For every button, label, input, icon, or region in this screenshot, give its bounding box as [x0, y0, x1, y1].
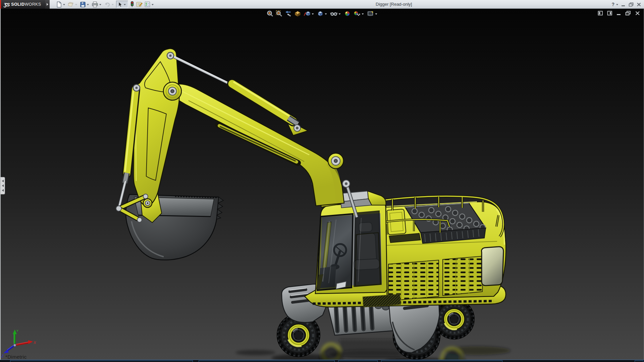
open-document-dropdown[interactable]	[75, 4, 77, 5]
minimize-button[interactable]	[621, 2, 626, 7]
select-dropdown[interactable]	[124, 4, 126, 5]
close-button[interactable]	[637, 2, 641, 7]
view-settings-button[interactable]	[366, 10, 379, 17]
zoom-to-fit-icon	[266, 10, 273, 17]
collapse-arrow-icon	[2, 180, 4, 182]
solidworks-logo: ƷS SOLIDWORKS	[1, 0, 45, 9]
taskbar-button-edge	[199, 360, 335, 362]
zoom-to-area-icon	[275, 10, 282, 17]
document-minimize-button[interactable]	[616, 11, 621, 16]
save-button[interactable]	[79, 0, 91, 8]
print-button[interactable]	[91, 0, 103, 8]
save-dropdown[interactable]	[87, 4, 89, 5]
section-view-icon	[294, 10, 301, 17]
document-window-controls	[598, 11, 640, 16]
open-folder-icon	[68, 1, 74, 8]
rebuild-button[interactable]	[129, 0, 135, 8]
apply-scene-button[interactable]	[352, 10, 365, 17]
triad-x-label: X	[33, 341, 36, 345]
view-settings-dropdown[interactable]	[375, 13, 377, 15]
elbow-joint	[163, 82, 181, 100]
eyeglasses-icon	[330, 10, 337, 17]
printer-icon	[92, 1, 98, 8]
apply-scene-dropdown[interactable]	[362, 13, 364, 15]
restore-button[interactable]	[629, 2, 634, 7]
expander-arrow-icon	[47, 3, 48, 6]
zoom-to-area-button[interactable]	[275, 10, 283, 17]
file-properties-icon	[136, 1, 143, 8]
app-window-controls: ?	[611, 0, 641, 9]
display-style-dropdown[interactable]	[325, 13, 327, 15]
help-dropdown[interactable]	[616, 4, 618, 5]
options-checklist-icon	[144, 1, 151, 8]
solidworks-app: ƷS SOLIDWORKS	[0, 0, 644, 362]
new-document-dropdown[interactable]	[63, 4, 65, 5]
feature-pane-right-button[interactable]	[607, 11, 612, 16]
file-properties-button[interactable]	[136, 0, 143, 8]
window-title: Digger [Read-only]	[376, 2, 476, 7]
view-orientation-icon	[303, 10, 311, 17]
view-orientation-button[interactable]	[303, 10, 315, 17]
view-settings-icon	[367, 10, 374, 17]
undo-arrow-icon	[104, 1, 111, 8]
undo-dropdown[interactable]	[112, 4, 114, 5]
taskbar-button-edge	[635, 360, 643, 362]
edit-appearance-button[interactable]	[343, 10, 352, 17]
taskbar-button-edge	[338, 360, 378, 362]
rear-window	[481, 247, 503, 286]
collapse-arrow-icon	[2, 189, 4, 192]
bucket	[126, 193, 223, 260]
display-style-button[interactable]	[316, 10, 328, 17]
previous-view-icon	[284, 10, 292, 17]
taskbar-sliver	[0, 360, 644, 362]
stick	[133, 49, 179, 206]
options-dropdown[interactable]	[152, 4, 154, 5]
hide-show-items-button[interactable]	[329, 10, 342, 17]
select-tool-button[interactable]	[116, 1, 128, 8]
previous-view-button[interactable]	[284, 10, 292, 17]
select-cursor-icon	[117, 1, 123, 8]
options-button[interactable]	[144, 0, 155, 8]
triad-z-label: Z	[1, 354, 4, 358]
taskbar-button-edge	[381, 360, 502, 362]
traffic-light-icon	[130, 1, 135, 8]
document-close-button[interactable]	[635, 11, 640, 16]
document-restore-button[interactable]	[625, 11, 631, 16]
undo-button[interactable]	[104, 0, 115, 8]
collapse-arrow-icon	[2, 184, 4, 187]
view-orientation-dropdown[interactable]	[312, 13, 314, 15]
save-floppy-icon	[80, 1, 86, 8]
floor-reflection	[235, 339, 511, 360]
standard-toolbar	[56, 0, 156, 9]
taskbar-button-edge	[10, 360, 193, 362]
checkered-flag	[357, 14, 360, 16]
new-document-icon	[56, 1, 62, 8]
headsup-view-toolbar	[265, 10, 379, 17]
bucket-pin	[143, 199, 152, 207]
apply-scene-icon	[353, 10, 361, 17]
triad-y-label: Y	[16, 329, 18, 333]
feature-pane-left-button[interactable]	[598, 11, 603, 16]
hide-show-items-dropdown[interactable]	[338, 13, 340, 15]
zoom-to-fit-button[interactable]	[266, 10, 274, 17]
bucket-cylinder	[119, 89, 136, 208]
open-document-button[interactable]	[67, 0, 79, 8]
side-grille-right	[443, 256, 484, 296]
help-button[interactable]: ?	[611, 2, 614, 7]
print-dropdown[interactable]	[99, 4, 101, 5]
titlebar: ƷS SOLIDWORKS	[0, 0, 644, 9]
graphics-viewport[interactable]: Y X Z *Dimetric	[0, 9, 644, 360]
brand-solid: SOLID	[11, 2, 24, 7]
solidworks-logo-glyph: ƷS	[4, 2, 9, 7]
section-view-button[interactable]	[293, 10, 302, 17]
appearance-sphere-icon	[343, 10, 351, 17]
new-document-button[interactable]	[56, 0, 67, 8]
view-orientation-label: *Dimetric	[5, 354, 27, 360]
brand-works: WORKS	[24, 2, 41, 7]
menu-expander-button[interactable]	[45, 0, 50, 9]
excavator-3d-model	[1, 9, 644, 360]
featuremanager-collapsed-tab[interactable]	[1, 177, 5, 194]
display-style-icon	[317, 10, 324, 17]
